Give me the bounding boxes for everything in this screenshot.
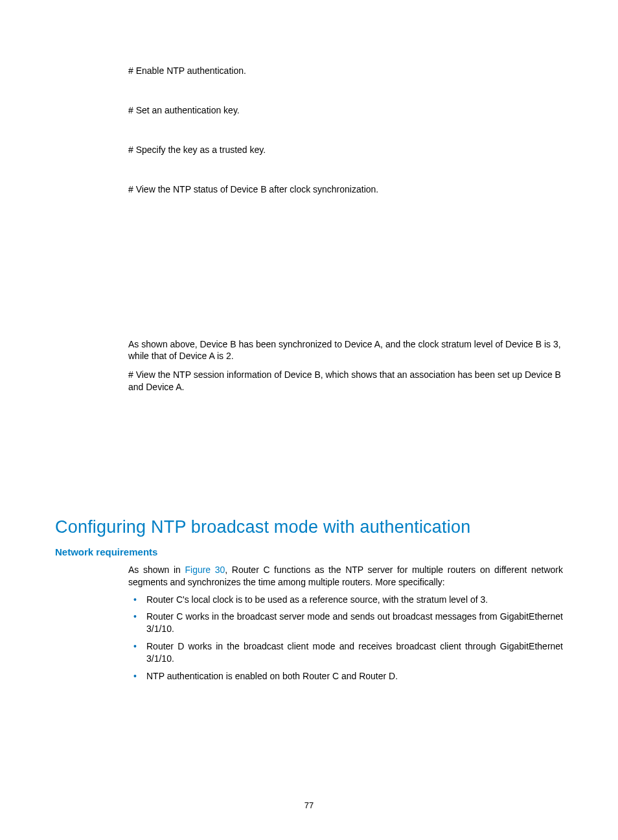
step-enable-auth: # Enable NTP authentication. [128, 65, 563, 77]
intro-pre: As shown in [128, 565, 185, 575]
list-item: Router C works in the broadcast server m… [128, 611, 563, 635]
session-info-text: # View the NTP session information of De… [128, 369, 563, 393]
spacer [55, 400, 563, 478]
section-heading: Configuring NTP broadcast mode with auth… [55, 515, 563, 539]
step-trusted-key: # Specify the key as a trusted key. [128, 144, 563, 156]
step-view-status: # View the NTP status of Device B after … [128, 183, 563, 196]
figure-link[interactable]: Figure 30 [185, 565, 225, 575]
requirements-list: Router C's local clock is to be used as … [128, 594, 563, 682]
section-subheading: Network requirements [55, 546, 563, 559]
list-item: Router C's local clock is to be used as … [128, 594, 563, 606]
page-number: 77 [0, 800, 618, 811]
step-set-key: # Set an authentication key. [128, 104, 563, 117]
list-item: Router D works in the broadcast client m… [128, 640, 563, 665]
sync-result-text: As shown above, Device B has been synchr… [128, 338, 563, 363]
page: # Enable NTP authentication. # Set an au… [0, 0, 618, 840]
sync-block: As shown above, Device B has been synchr… [128, 338, 563, 394]
intro-paragraph: As shown in Figure 30, Router C function… [128, 564, 563, 589]
spacer [55, 196, 563, 338]
list-item: NTP authentication is enabled on both Ro… [128, 670, 563, 682]
steps-block: # Enable NTP authentication. # Set an au… [128, 65, 563, 196]
